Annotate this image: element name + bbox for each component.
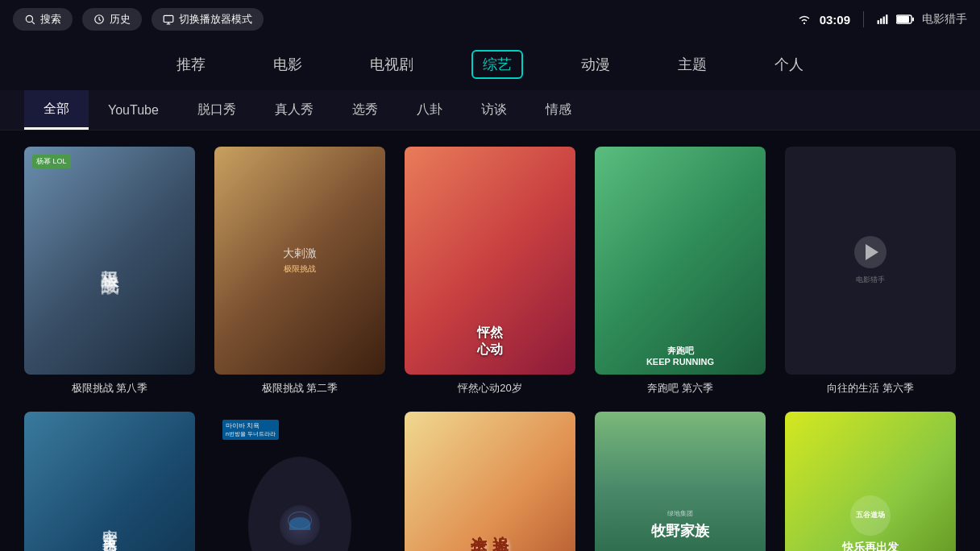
sub-item-reality[interactable]: 真人秀 <box>255 90 333 130</box>
sub-item-youtube[interactable]: YouTube <box>89 90 178 130</box>
nav-item-theme[interactable]: 主题 <box>668 52 716 77</box>
switch-label: 切换播放器模式 <box>179 12 252 27</box>
time-display: 03:09 <box>820 13 850 27</box>
history-label: 历史 <box>110 12 131 27</box>
svg-rect-11 <box>897 16 909 23</box>
wifi-icon <box>797 14 812 25</box>
card-thumbnail: 绿地集团 牧野家族 <box>595 412 766 551</box>
search-label: 搜索 <box>40 12 61 27</box>
card-item[interactable]: 绿地集团 牧野家族 牧野家族 <box>595 412 766 551</box>
svg-rect-9 <box>886 14 887 24</box>
card-thumbnail: 大剌激极限挑战 <box>214 147 385 375</box>
history-icon <box>93 14 105 25</box>
card-thumbnail: 怦然心动 <box>405 147 575 375</box>
search-button[interactable]: 搜索 <box>13 8 73 31</box>
divider <box>863 11 864 27</box>
card-thumbnail: 电影猎手 <box>785 147 956 375</box>
nav-item-recommend[interactable]: 推荐 <box>167 52 215 77</box>
card-thumbnail: 마이바 치욕n번방을 두너트라라 <box>214 412 385 551</box>
card-item[interactable]: 密室大逃脱 每周四中午12:00超前聚会7月14日起 密室大逃脱 第四季 <box>24 412 195 551</box>
sub-nav: 全部 YouTube 脱口秀 真人秀 选秀 八卦 访谈 情感 <box>0 90 980 130</box>
sub-item-emotion[interactable]: 情感 <box>526 90 591 130</box>
switch-icon <box>163 14 174 25</box>
content-grid: 杨幂 LOL 极限专挑战 极限挑战 第八季 大剌激极限挑战 极限挑战 第二季 怦… <box>0 130 980 551</box>
sub-item-audition[interactable]: 选秀 <box>333 90 397 130</box>
switch-mode-button[interactable]: 切换播放器模式 <box>152 8 264 31</box>
nav-item-tv[interactable]: 电视剧 <box>360 52 423 77</box>
app-name: 电影猎手 <box>922 12 967 27</box>
card-item[interactable]: 电影猎手 向往的生活 第六季 <box>785 147 956 396</box>
card-title: 向往的生活 第六季 <box>785 381 956 396</box>
card-title: 极限挑战 第八季 <box>24 381 195 396</box>
card-item[interactable]: 怦然心动 怦然心动20岁 <box>405 147 575 396</box>
main-nav: 推荐 电影 电视剧 综艺 动漫 主题 个人 <box>0 39 980 90</box>
card-thumbnail: 密室大逃脱 每周四中午12:00超前聚会7月14日起 <box>24 412 195 551</box>
nav-item-anime[interactable]: 动漫 <box>571 52 620 77</box>
sub-item-talk[interactable]: 脱口秀 <box>178 90 255 130</box>
card-item[interactable]: 마이바 치욕n번방을 두너트라라 网络炼狱：揭发N号... <box>214 412 385 551</box>
battery-icon <box>896 14 914 24</box>
sub-item-all[interactable]: 全部 <box>24 90 89 130</box>
top-bar: 搜索 历史 切换播放器模式 03:09 <box>0 0 980 39</box>
sub-item-gossip[interactable]: 八卦 <box>397 90 462 130</box>
card-title: 极限挑战 第二季 <box>214 381 385 396</box>
card-thumbnail: 这十年追光者 京东 <box>405 412 575 551</box>
signal-icon <box>877 14 888 25</box>
card-item[interactable]: 杨幂 LOL 极限专挑战 极限挑战 第八季 <box>24 147 195 396</box>
card-item[interactable]: 这十年追光者 京东 这十年 追光者 <box>405 412 575 551</box>
card-item[interactable]: 奔跑吧KEEP RUNNING 奔跑吧 第六季 <box>595 147 766 396</box>
card-thumbnail: 杨幂 LOL 极限专挑战 <box>24 147 195 375</box>
card-thumbnail: 奔跑吧KEEP RUNNING <box>595 147 766 375</box>
nav-item-movie[interactable]: 电影 <box>264 52 312 77</box>
svg-rect-6 <box>878 20 879 24</box>
top-bar-left: 搜索 历史 切换播放器模式 <box>13 8 264 31</box>
svg-point-0 <box>26 15 32 22</box>
search-icon <box>24 14 35 25</box>
history-button[interactable]: 历史 <box>82 8 142 31</box>
card-title: 奔跑吧 第六季 <box>595 381 766 396</box>
sub-item-interview[interactable]: 访谈 <box>462 90 526 130</box>
svg-rect-7 <box>880 19 882 24</box>
card-item[interactable]: 大剌激极限挑战 极限挑战 第二季 <box>214 147 385 396</box>
card-item[interactable]: 五谷道场 快乐再出发 特别赞助 ▶ 建淙 快乐再出发 <box>785 412 956 551</box>
card-title: 怦然心动20岁 <box>405 381 575 396</box>
svg-rect-8 <box>883 17 885 24</box>
nav-item-personal[interactable]: 个人 <box>765 52 813 77</box>
nav-item-variety[interactable]: 综艺 <box>471 50 523 79</box>
svg-rect-12 <box>912 18 914 22</box>
svg-line-1 <box>32 22 35 24</box>
card-thumbnail: 五谷道场 快乐再出发 特别赞助 ▶ 建淙 <box>785 412 956 551</box>
svg-rect-3 <box>164 15 173 22</box>
top-bar-right: 03:09 电影猎手 <box>797 11 967 27</box>
